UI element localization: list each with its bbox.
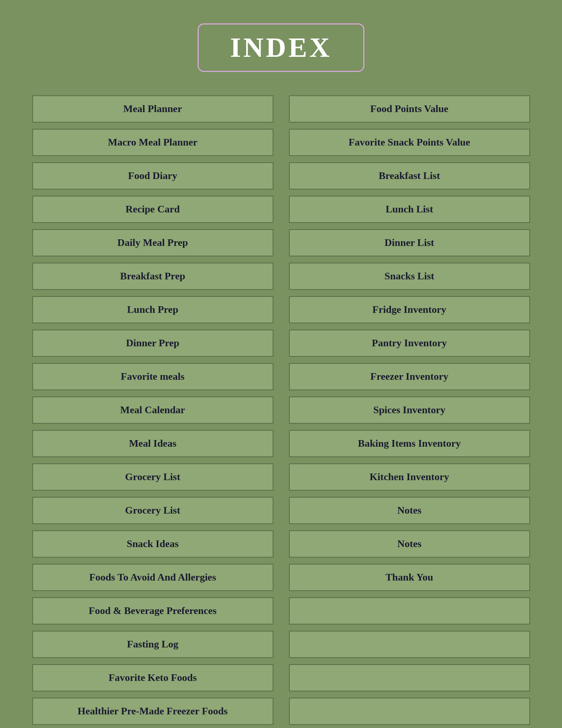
left-item-label-9: Meal Calendar [120,404,185,416]
left-item-label-11: Grocery List [125,471,180,483]
left-item-label-15: Food & Beverage Preferences [89,605,217,617]
right-item-9[interactable]: Spices Inventory [289,396,530,424]
right-item-label-2: Breakfast List [379,170,440,182]
right-item-label-4: Dinner List [385,237,434,249]
left-item-0[interactable]: Meal Planner [32,95,273,123]
left-item-label-17: Favorite Keto Foods [109,672,197,684]
left-item-label-2: Food Diary [128,170,177,182]
left-item-11[interactable]: Grocery List [32,463,273,491]
title-section: INDEX [198,23,364,72]
left-item-label-1: Macro Meal Planner [108,137,198,148]
right-item-16 [289,631,530,658]
left-item-label-13: Snack Ideas [127,538,179,550]
right-item-12[interactable]: Notes [289,497,530,524]
left-item-3[interactable]: Recipe Card [32,196,273,223]
left-item-12[interactable]: Grocery List [32,497,273,524]
right-item-label-10: Baking Items Inventory [358,438,460,449]
left-item-7[interactable]: Dinner Prep [32,330,273,357]
right-item-label-5: Snacks List [385,270,434,282]
left-item-15[interactable]: Food & Beverage Preferences [32,597,273,625]
right-item-label-9: Spices Inventory [373,404,446,416]
right-item-11[interactable]: Kitchen Inventory [289,463,530,491]
right-item-14[interactable]: Thank You [289,564,530,591]
right-item-1[interactable]: Favorite Snack Points Value [289,129,530,156]
left-item-2[interactable]: Food Diary [32,162,273,189]
right-item-15 [289,597,530,625]
right-item-label-1: Favorite Snack Points Value [348,137,470,148]
right-item-label-8: Freezer Inventory [370,371,448,382]
left-item-1[interactable]: Macro Meal Planner [32,129,273,156]
right-item-6[interactable]: Fridge Inventory [289,296,530,323]
right-item-label-12: Notes [397,505,421,516]
left-item-label-7: Dinner Prep [126,337,179,349]
left-item-label-10: Meal Ideas [129,438,176,449]
right-item-4[interactable]: Dinner List [289,229,530,256]
right-item-8[interactable]: Freezer Inventory [289,363,530,390]
right-item-label-0: Food Points Value [370,103,448,115]
right-item-5[interactable]: Snacks List [289,263,530,290]
left-item-9[interactable]: Meal Calendar [32,396,273,424]
right-item-label-13: Notes [397,538,421,550]
left-item-label-8: Favorite meals [121,371,185,382]
left-item-label-6: Lunch Prep [127,304,179,316]
left-item-label-0: Meal Planner [123,103,182,115]
right-item-label-11: Kitchen Inventory [369,471,449,483]
right-item-3[interactable]: Lunch List [289,196,530,223]
left-item-label-16: Fasting Log [127,639,178,650]
right-item-label-3: Lunch List [385,203,433,215]
index-grid: Meal PlannerFood Points ValueMacro Meal … [32,95,530,728]
left-item-label-14: Foods To Avoid And Allergies [89,572,216,583]
left-item-label-18: Healthier Pre-Made Freezer Foods [78,705,228,717]
title-box: INDEX [198,23,364,72]
left-item-18[interactable]: Healthier Pre-Made Freezer Foods [32,698,273,725]
left-item-label-12: Grocery List [125,505,180,516]
left-item-14[interactable]: Foods To Avoid And Allergies [32,564,273,591]
right-item-label-7: Pantry Inventory [372,337,447,349]
left-item-5[interactable]: Breakfast Prep [32,263,273,290]
left-item-label-4: Daily Meal Prep [117,237,188,249]
left-item-label-5: Breakfast Prep [120,270,185,282]
right-item-label-6: Fridge Inventory [373,304,446,316]
left-item-8[interactable]: Favorite meals [32,363,273,390]
right-item-0[interactable]: Food Points Value [289,95,530,123]
left-item-6[interactable]: Lunch Prep [32,296,273,323]
right-item-7[interactable]: Pantry Inventory [289,330,530,357]
left-item-10[interactable]: Meal Ideas [32,430,273,457]
left-item-16[interactable]: Fasting Log [32,631,273,658]
page-title: INDEX [230,32,332,63]
left-item-17[interactable]: Favorite Keto Foods [32,664,273,691]
right-item-label-14: Thank You [385,572,433,583]
left-item-13[interactable]: Snack Ideas [32,530,273,558]
left-item-4[interactable]: Daily Meal Prep [32,229,273,256]
right-item-10[interactable]: Baking Items Inventory [289,430,530,457]
left-item-label-3: Recipe Card [126,203,180,215]
right-item-17 [289,664,530,691]
right-item-2[interactable]: Breakfast List [289,162,530,189]
right-item-13[interactable]: Notes [289,530,530,558]
right-item-18 [289,698,530,725]
